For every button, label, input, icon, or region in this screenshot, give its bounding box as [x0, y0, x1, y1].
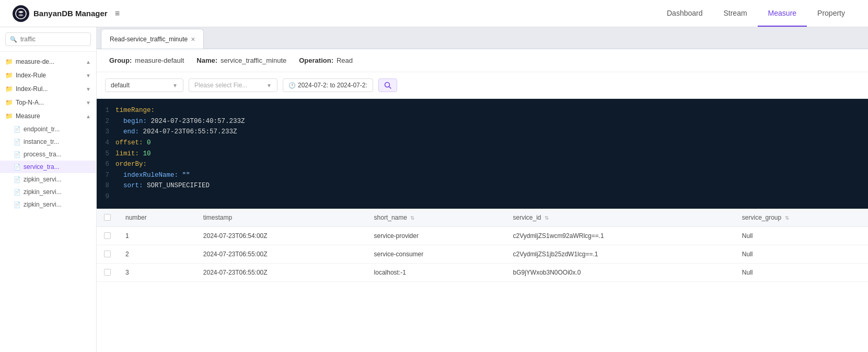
folder-icon: 📁 [5, 85, 13, 93]
sort-icon: ⇅ [785, 215, 789, 221]
group-select[interactable]: default ▼ [105, 78, 183, 92]
line-content [115, 191, 868, 202]
cell-timestamp: 2024-07-23T06:55:00Z [196, 263, 367, 281]
sidebar-item-zipkin2[interactable]: 📄 zipkin_servi... [0, 186, 96, 198]
col-service-group[interactable]: service_group ⇅ [735, 209, 868, 227]
cell-service-id: bG9jYWxob3N0OOi0x.0 [505, 263, 734, 281]
line-number: 3 [97, 127, 115, 138]
row-checkbox[interactable] [97, 263, 118, 281]
sidebar-item-label: zipkin_servi... [24, 201, 62, 208]
sidebar-tree: 📁 measure-de... ▲ 📁 Index-Rule ▼ 📁 Index… [0, 52, 96, 214]
sort-icon: ⇅ [545, 215, 549, 221]
nav-property[interactable]: Property [807, 0, 855, 27]
field-select[interactable]: Please select Fie... ▼ [189, 78, 277, 92]
nav-stream[interactable]: Stream [713, 0, 757, 27]
date-range-picker[interactable]: 🕐 2024-07-2: to 2024-07-2: [283, 78, 373, 92]
sidebar-group-index-rul2: 📁 Index-Rul... ▼ [0, 82, 96, 96]
sidebar-item-service-tra[interactable]: 📄 service_tra... [0, 161, 96, 173]
file-icon: 📄 [14, 176, 21, 183]
code-line: 3 end: 2024-07-23T06:55:57.233Z [97, 127, 868, 138]
code-line: 2 begin: 2024-07-23T06:40:57.233Z [97, 116, 868, 127]
table-header-row: number timestamp short_name ⇅ service_id… [97, 209, 868, 227]
menu-icon[interactable]: ≡ [115, 9, 120, 18]
code-line: 4offset: 0 [97, 138, 868, 149]
sidebar-group-header-index-rule[interactable]: 📁 Index-Rule ▼ [0, 69, 96, 82]
operation-label: Operation: [299, 56, 333, 64]
app-title: BanyanDB Manager [33, 9, 108, 18]
sidebar-item-label: process_tra... [24, 151, 62, 158]
cell-service-id: c2VydmljZS1jb25zdW1lcg==.1 [505, 245, 734, 263]
folder-icon: 📁 [5, 99, 13, 106]
cell-service-group: Null [735, 263, 868, 281]
row-checkbox[interactable] [97, 226, 118, 245]
sidebar-item-instance-tr[interactable]: 📄 instance_tr... [0, 135, 96, 148]
table-section: number timestamp short_name ⇅ service_id… [97, 209, 868, 352]
sidebar-group-label: Measure [16, 112, 83, 120]
cell-timestamp: 2024-07-23T06:55:00Z [196, 245, 367, 263]
sidebar-item-zipkin3[interactable]: 📄 zipkin_servi... [0, 198, 96, 211]
logo-icon [13, 5, 29, 22]
chevron-down-icon: ▼ [86, 86, 91, 92]
cell-number: 2 [118, 245, 196, 263]
sort-icon: ⇅ [410, 215, 414, 221]
main-layout: 🔍 📁 measure-de... ▲ 📁 Index-Rule ▼ [0, 27, 868, 352]
col-service-id[interactable]: service_id ⇅ [505, 209, 734, 227]
tab-close-button[interactable]: × [191, 36, 195, 43]
code-line: 7 indexRuleName: "" [97, 170, 868, 181]
content-area: Read-service_traffic_minute × Group: mea… [97, 27, 868, 352]
tab-read-service-traffic[interactable]: Read-service_traffic_minute × [101, 29, 204, 49]
file-icon: 📄 [14, 126, 21, 133]
line-number: 2 [97, 116, 115, 127]
cell-service-group: Null [735, 245, 868, 263]
sidebar-group-header-measure-de[interactable]: 📁 measure-de... ▲ [0, 55, 96, 69]
file-icon: 📄 [14, 151, 21, 158]
file-icon: 📄 [14, 139, 21, 145]
search-button[interactable] [378, 78, 397, 92]
sidebar: 🔍 📁 measure-de... ▲ 📁 Index-Rule ▼ [0, 27, 97, 352]
chevron-down-icon: ▼ [86, 100, 91, 106]
main-panel: Group: measure-default Name: service_tra… [97, 49, 868, 352]
nav-measure[interactable]: Measure [758, 0, 807, 27]
sidebar-group-top-n-a: 📁 Top-N-A... ▼ [0, 96, 96, 109]
sidebar-group-header-measure[interactable]: 📁 Measure ▲ [0, 109, 96, 123]
cell-number: 1 [118, 226, 196, 245]
sidebar-item-label: zipkin_servi... [24, 176, 62, 183]
info-bar: Group: measure-default Name: service_tra… [97, 49, 868, 72]
app-header: BanyanDB Manager ≡ Dashboard Stream Meas… [0, 0, 868, 27]
code-line: 6orderBy: [97, 159, 868, 170]
name-value: service_traffic_minute [221, 56, 286, 64]
logo-area: BanyanDB Manager ≡ [13, 5, 120, 22]
search-input[interactable] [20, 36, 86, 43]
code-editor[interactable]: 1timeRange:2 begin: 2024-07-23T06:40:57.… [97, 99, 868, 209]
sidebar-item-endpoint-tr[interactable]: 📄 endpoint_tr... [0, 123, 96, 135]
checkbox-header[interactable] [97, 209, 118, 227]
line-number: 8 [97, 180, 115, 191]
line-content: indexRuleName: "" [115, 170, 868, 181]
tab-label: Read-service_traffic_minute [110, 36, 188, 43]
sidebar-group-header-top-n-a[interactable]: 📁 Top-N-A... ▼ [0, 96, 96, 109]
sidebar-group-header-index-rul2[interactable]: 📁 Index-Rul... ▼ [0, 82, 96, 96]
col-number: number [118, 209, 196, 227]
search-wrap[interactable]: 🔍 [5, 32, 91, 46]
sidebar-item-label: instance_tr... [24, 138, 59, 145]
sidebar-item-process-tra[interactable]: 📄 process_tra... [0, 148, 96, 161]
line-number: 5 [97, 149, 115, 160]
cell-timestamp: 2024-07-23T06:54:00Z [196, 226, 367, 245]
chevron-down-icon: ▼ [86, 73, 91, 78]
search-box: 🔍 [0, 27, 96, 52]
table-row: 1 2024-07-23T06:54:00Z service-provider … [97, 226, 868, 245]
code-line: 5limit: 10 [97, 149, 868, 160]
code-line: 8 sort: SORT_UNSPECIFIED [97, 180, 868, 191]
col-short-name[interactable]: short_name ⇅ [367, 209, 506, 227]
code-line: 1timeRange: [97, 105, 868, 116]
select-arrow-icon: ▼ [267, 83, 272, 88]
nav-dashboard[interactable]: Dashboard [656, 0, 713, 27]
svg-line-2 [389, 87, 391, 89]
sidebar-group-label: Top-N-A... [16, 99, 83, 106]
folder-icon: 📁 [5, 72, 13, 79]
row-checkbox[interactable] [97, 245, 118, 263]
sidebar-item-zipkin1[interactable]: 📄 zipkin_servi... [0, 173, 96, 186]
line-number: 7 [97, 170, 115, 181]
sidebar-group-measure-de: 📁 measure-de... ▲ [0, 55, 96, 69]
sidebar-item-label: service_tra... [24, 163, 60, 171]
